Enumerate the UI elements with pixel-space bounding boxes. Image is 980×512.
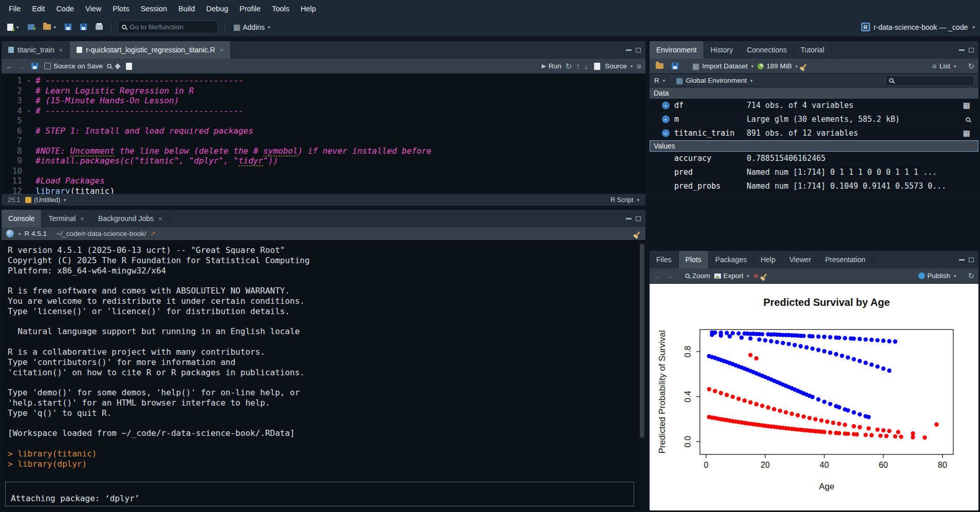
menu-profile[interactable]: Profile	[234, 0, 266, 17]
env-row[interactable]: predNamed num [1:714] 0 1 1 1 0 0 0 1 1 …	[650, 166, 978, 179]
env-section-values[interactable]: Values	[650, 140, 978, 152]
language-selector[interactable]: R ▾	[654, 77, 665, 84]
close-icon[interactable]: ×	[59, 46, 63, 54]
menu-code[interactable]: Code	[50, 0, 80, 17]
tab-plots[interactable]: Plots	[679, 251, 709, 268]
env-row[interactable]: ▸titanic_train891 obs. of 12 variables▦	[650, 126, 978, 140]
run-button[interactable]: ▶ Run	[542, 62, 561, 70]
tab-presentation[interactable]: Presentation	[819, 251, 873, 268]
code-line[interactable]: 9#install.packages(c("titanic", "dplyr",…	[2, 156, 645, 166]
environment-search-input[interactable]	[897, 77, 978, 84]
code-line[interactable]: 4▾# ------------------------------------…	[2, 106, 645, 116]
source-tab-titanic-train[interactable]: titanic_train×	[2, 41, 70, 59]
export-button[interactable]: Export ▾	[714, 272, 750, 280]
run-previous-icon[interactable]: ↑	[576, 62, 580, 70]
forward-arrow-icon[interactable]: →	[17, 62, 25, 70]
object-expand-icon[interactable]: ▸	[662, 130, 670, 137]
close-icon[interactable]: ×	[80, 215, 84, 223]
maximize-icon[interactable]	[969, 258, 974, 262]
run-next-icon[interactable]: ↓	[584, 62, 588, 70]
working-directory[interactable]: ~/_code/r-data-science-book/	[57, 230, 146, 237]
environment-selector[interactable]: ▦ Global Environment ▾	[676, 77, 752, 84]
view-table-icon[interactable]: ▦	[963, 129, 970, 138]
tab-background-jobs[interactable]: Background Jobs×	[91, 210, 170, 227]
maximize-icon[interactable]	[636, 216, 641, 221]
minimize-icon[interactable]	[626, 49, 632, 51]
publish-button[interactable]: Publish ▾	[918, 272, 956, 280]
code-tools-icon[interactable]	[115, 63, 120, 69]
menu-tools[interactable]: Tools	[266, 0, 295, 17]
goto-file-box[interactable]	[118, 21, 218, 33]
console-scrollbar[interactable]	[639, 241, 645, 510]
tab-terminal[interactable]: Terminal×	[42, 210, 91, 227]
find-replace-icon[interactable]	[107, 64, 112, 68]
clear-environment-icon[interactable]	[803, 64, 807, 68]
memory-usage-button[interactable]: 189 MiB ▾	[757, 62, 798, 70]
new-file-button[interactable]: ▾	[5, 22, 21, 32]
clear-all-plots-icon[interactable]	[763, 273, 767, 278]
environment-search-box[interactable]	[885, 76, 974, 86]
save-all-button[interactable]	[78, 22, 89, 32]
source-on-save-toggle[interactable]: Source on Save	[44, 62, 103, 70]
env-section-data[interactable]: Data	[650, 87, 978, 99]
clear-console-icon[interactable]	[636, 231, 640, 236]
code-line[interactable]: 6# STEP 1: Install and load required pac…	[2, 126, 645, 136]
previous-plot-icon[interactable]: ←	[654, 272, 661, 280]
load-workspace-button[interactable]	[654, 62, 665, 70]
menu-view[interactable]: View	[80, 0, 107, 17]
menu-debug[interactable]: Debug	[200, 0, 234, 17]
remove-plot-icon[interactable]: ×	[753, 271, 758, 280]
document-selector[interactable]: (Untitled) ▾	[25, 196, 66, 204]
close-icon[interactable]: ×	[220, 46, 224, 54]
import-dataset-button[interactable]: ▦ Import Dataset ▾	[692, 62, 753, 70]
list-view-button[interactable]: ≡ List ▾	[932, 62, 956, 70]
tab-tutorial[interactable]: Tutorial	[794, 41, 831, 59]
menu-file[interactable]: File	[3, 0, 26, 17]
menu-plots[interactable]: Plots	[107, 0, 135, 17]
save-source-button[interactable]	[29, 61, 40, 71]
minimize-icon[interactable]	[959, 259, 965, 261]
menu-build[interactable]: Build	[173, 0, 200, 17]
tab-viewer[interactable]: Viewer	[783, 251, 819, 268]
checkbox-icon[interactable]	[44, 63, 51, 69]
back-arrow-icon[interactable]: ←	[6, 62, 13, 70]
addins-button[interactable]: ▦ Addins ▾	[231, 22, 272, 33]
close-icon[interactable]: ×	[158, 215, 162, 223]
object-expand-icon[interactable]: ▸	[662, 102, 670, 109]
menu-help[interactable]: Help	[295, 0, 322, 17]
minimize-icon[interactable]	[959, 49, 965, 51]
cursor-position[interactable]: 25:1	[8, 196, 20, 204]
maximize-icon[interactable]	[969, 48, 974, 52]
save-workspace-button[interactable]	[670, 61, 680, 71]
refresh-icon[interactable]: ↻	[968, 272, 974, 280]
code-editor[interactable]: 1▾# ------------------------------------…	[2, 74, 645, 194]
fold-arrow-icon[interactable]: ▾	[28, 106, 30, 117]
document-outline-icon[interactable]: ≡	[637, 62, 641, 70]
scrollbar-thumb[interactable]	[640, 244, 644, 438]
print-button[interactable]	[94, 23, 105, 31]
goto-file-input[interactable]	[130, 23, 220, 31]
source-button[interactable]: Source ▾	[592, 61, 633, 71]
source-tab-r-quickstart-logistic-regression-titanic-r[interactable]: r-quickstart_logistic_regression_titanic…	[70, 41, 231, 59]
minimize-icon[interactable]	[626, 218, 632, 220]
tab-environment[interactable]: Environment	[650, 41, 704, 59]
save-button[interactable]	[63, 22, 73, 32]
code-line[interactable]: 1▾# ------------------------------------…	[2, 76, 645, 86]
zoom-button[interactable]: Zoom	[685, 272, 710, 280]
fold-arrow-icon[interactable]: ▾	[28, 76, 30, 86]
menu-edit[interactable]: Edit	[26, 0, 50, 17]
tab-console[interactable]: Console	[2, 210, 42, 227]
next-plot-icon[interactable]: →	[665, 272, 673, 280]
code-line[interactable]: 5	[2, 116, 645, 126]
tab-history[interactable]: History	[704, 41, 741, 59]
code-line[interactable]: 8#NOTE: Uncomment the line below (delete…	[2, 146, 645, 156]
project-selector[interactable]: R r-data-science-book — _code ▾	[861, 23, 975, 31]
r-version-label[interactable]: R 4.5.1	[25, 230, 47, 237]
code-line[interactable]: 12library(titanic)	[2, 186, 645, 194]
compile-report-button[interactable]	[124, 61, 134, 71]
env-row[interactable]: pred_probsNamed num [1:714] 0.1049 0.914…	[650, 179, 978, 193]
console-body[interactable]: R version 4.5.1 (2025-06-13 ucrt) -- "Gr…	[2, 241, 645, 510]
popout-icon[interactable]: ↗	[150, 230, 156, 237]
env-row[interactable]: accuracy0.788515406162465	[650, 152, 978, 166]
refresh-icon[interactable]: ↻	[968, 62, 974, 70]
